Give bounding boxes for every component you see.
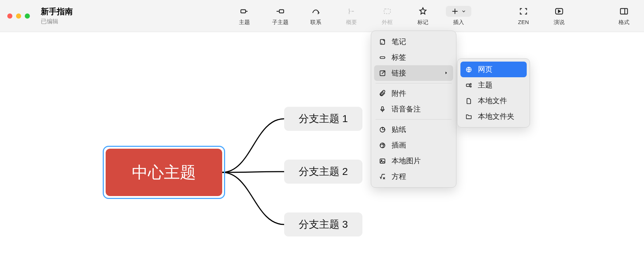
sticker-icon bbox=[378, 126, 386, 134]
maximize-window-button[interactable] bbox=[25, 13, 30, 19]
insert-menu: 笔记 标签 链接 附件 语音备注 贴纸 插画 本地图片 方程 bbox=[371, 31, 456, 188]
insert-audio-label: 语音备注 bbox=[392, 104, 421, 114]
link-web-label: 网页 bbox=[478, 64, 492, 74]
panel-icon bbox=[619, 6, 629, 17]
insert-button[interactable]: 插入 bbox=[446, 6, 471, 26]
link-folder-item[interactable]: 本地文件夹 bbox=[460, 109, 527, 124]
branch-topic-3[interactable]: 分支主题 3 bbox=[284, 212, 362, 236]
link-submenu: 网页 主题 本地文件 本地文件夹 bbox=[457, 58, 530, 128]
insert-label-label: 标签 bbox=[392, 52, 406, 62]
window-controls bbox=[7, 13, 30, 19]
insert-sticker-label: 贴纸 bbox=[392, 125, 406, 134]
mic-icon bbox=[378, 105, 386, 113]
insert-image-label: 本地图片 bbox=[392, 156, 421, 166]
marker-button[interactable]: 标记 bbox=[410, 6, 436, 26]
document-status: 已编辑 bbox=[41, 18, 73, 26]
insert-equation-item[interactable]: 方程 bbox=[374, 169, 453, 184]
svg-point-10 bbox=[380, 143, 385, 148]
svg-rect-1 bbox=[279, 10, 284, 13]
summary-icon bbox=[347, 6, 356, 17]
topic-icon bbox=[240, 6, 249, 17]
zen-label: ZEN bbox=[518, 19, 529, 25]
insert-note-label: 笔记 bbox=[392, 37, 406, 47]
central-topic[interactable]: 中心主题 bbox=[106, 149, 222, 196]
chevron-right-icon bbox=[444, 69, 449, 77]
link-web-item[interactable]: 网页 bbox=[460, 62, 527, 77]
chevron-down-icon bbox=[461, 9, 466, 14]
menu-separator bbox=[376, 119, 452, 120]
relation-button[interactable]: 联系 bbox=[303, 6, 329, 26]
insert-label-item[interactable]: 标签 bbox=[374, 50, 453, 65]
topic-button[interactable]: 主题 bbox=[232, 6, 257, 26]
star-icon bbox=[418, 6, 428, 17]
illustration-icon bbox=[378, 141, 386, 149]
document-title-block: 新手指南 已编辑 bbox=[41, 6, 73, 26]
insert-illustration-label: 插画 bbox=[392, 140, 406, 150]
link-topic-label: 主题 bbox=[478, 80, 492, 90]
label-icon bbox=[378, 54, 386, 62]
link-file-label: 本地文件 bbox=[478, 96, 507, 106]
link-icon bbox=[378, 69, 386, 77]
insert-link-label: 链接 bbox=[392, 68, 406, 78]
link-topic-item[interactable]: 主题 bbox=[460, 77, 527, 93]
file-icon bbox=[465, 97, 473, 105]
image-icon bbox=[378, 157, 386, 165]
insert-sticker-item[interactable]: 贴纸 bbox=[374, 122, 453, 137]
branch-topic-1[interactable]: 分支主题 1 bbox=[284, 107, 362, 131]
summary-button: 概要 bbox=[339, 6, 364, 26]
topic-label: 主题 bbox=[239, 19, 250, 26]
relation-label: 联系 bbox=[310, 19, 321, 26]
format-button[interactable]: 格式 bbox=[611, 6, 637, 26]
marker-label: 标记 bbox=[417, 19, 428, 26]
svg-rect-5 bbox=[380, 39, 385, 44]
insert-attachment-item[interactable]: 附件 bbox=[374, 86, 453, 101]
present-label: 演说 bbox=[554, 19, 565, 26]
branch-topic-2[interactable]: 分支主题 2 bbox=[284, 160, 362, 184]
summary-label: 概要 bbox=[346, 19, 357, 26]
subtopic-icon bbox=[275, 6, 285, 17]
mindmap-canvas[interactable]: 中心主题 分支主题 1 分支主题 2 分支主题 3 bbox=[0, 32, 644, 258]
link-folder-label: 本地文件夹 bbox=[478, 112, 514, 121]
insert-image-item[interactable]: 本地图片 bbox=[374, 153, 453, 169]
topic-link-icon bbox=[465, 81, 473, 89]
insert-illustration-item[interactable]: 插画 bbox=[374, 137, 453, 153]
zen-button[interactable]: ZEN bbox=[511, 6, 536, 26]
svg-rect-2 bbox=[384, 9, 390, 14]
subtopic-label: 子主题 bbox=[272, 19, 288, 26]
branch-topic-3-text: 分支主题 3 bbox=[299, 218, 348, 231]
insert-link-item[interactable]: 链接 bbox=[374, 65, 453, 81]
relation-icon bbox=[311, 6, 321, 17]
menu-separator bbox=[376, 83, 452, 83]
globe-icon bbox=[465, 66, 473, 74]
branch-topic-2-text: 分支主题 2 bbox=[299, 165, 348, 179]
link-file-item[interactable]: 本地文件 bbox=[460, 93, 527, 109]
format-label: 格式 bbox=[619, 19, 629, 26]
close-window-button[interactable] bbox=[7, 13, 12, 19]
boundary-icon bbox=[382, 6, 392, 17]
svg-rect-11 bbox=[380, 159, 385, 163]
play-icon bbox=[554, 6, 564, 17]
equation-icon bbox=[378, 173, 386, 181]
insert-note-item[interactable]: 笔记 bbox=[374, 34, 453, 50]
present-button[interactable]: 演说 bbox=[546, 6, 572, 26]
paperclip-icon bbox=[378, 90, 386, 98]
svg-rect-6 bbox=[380, 56, 385, 58]
svg-rect-4 bbox=[620, 8, 628, 14]
insert-audio-item[interactable]: 语音备注 bbox=[374, 101, 453, 117]
svg-rect-8 bbox=[382, 106, 384, 110]
document-title: 新手指南 bbox=[41, 6, 73, 17]
insert-equation-label: 方程 bbox=[392, 172, 406, 181]
svg-rect-0 bbox=[241, 10, 246, 13]
insert-attachment-label: 附件 bbox=[392, 89, 406, 98]
main-toolbar: 主题 子主题 联系 概要 外框 bbox=[232, 6, 637, 26]
minimize-window-button[interactable] bbox=[16, 13, 21, 19]
svg-rect-15 bbox=[470, 83, 471, 85]
note-icon bbox=[378, 38, 386, 46]
folder-icon bbox=[465, 113, 473, 121]
fullscreen-icon bbox=[519, 6, 528, 17]
plus-icon bbox=[451, 7, 459, 15]
central-topic-text: 中心主题 bbox=[132, 162, 196, 183]
svg-rect-14 bbox=[466, 84, 469, 86]
subtopic-button[interactable]: 子主题 bbox=[267, 6, 293, 26]
insert-label: 插入 bbox=[453, 19, 464, 26]
